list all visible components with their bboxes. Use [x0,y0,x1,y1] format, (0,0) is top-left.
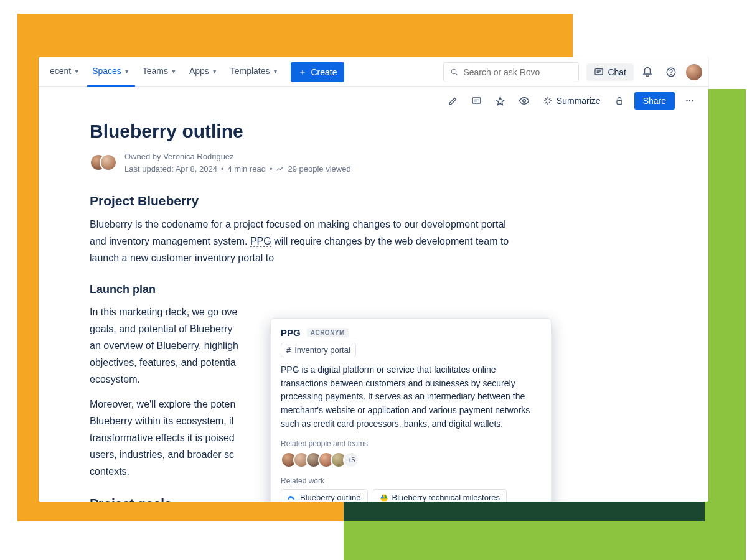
chevron-down-icon: ▼ [273,68,279,75]
chat-button[interactable]: Chat [586,63,634,81]
svg-rect-2 [595,68,603,74]
svg-rect-7 [472,97,481,103]
avatar [100,154,117,171]
chevron-down-icon: ▼ [73,68,80,75]
summarize-label: Summarize [557,96,601,106]
notifications-button[interactable] [637,62,657,82]
analytics-icon [276,165,284,173]
page-title: Blueberry outline [90,121,657,142]
section-heading: Project Blueberry [90,194,657,208]
nav-templates[interactable]: Templates ▼ [225,62,284,82]
related-work-heading: Related work [281,477,541,485]
popover-description: PPG is a digital platform or service tha… [281,363,541,431]
read-time-text: 4 min read [227,163,265,175]
chevron-down-icon: ▼ [171,68,177,75]
popover-term: PPG [281,327,301,338]
nav-teams-label: Teams [143,66,168,76]
edit-button[interactable] [444,92,462,110]
svg-point-13 [686,100,687,101]
top-nav: ecent ▼ Spaces ▼ Teams ▼ Apps ▼ Template… [39,57,708,87]
app-window: ecent ▼ Spaces ▼ Teams ▼ Apps ▼ Template… [39,57,708,502]
nav-teams[interactable]: Teams ▼ [138,62,182,82]
nav-apps-label: Apps [189,66,209,76]
page-byline: Owned by Veronica Rodriguez Last updated… [90,151,657,175]
plus-icon: ＋ [298,67,307,78]
svg-point-15 [692,100,693,101]
related-work-label: Blueberry outline [300,493,361,502]
create-button[interactable]: ＋ Create [291,62,344,82]
related-work-item[interactable]: Blueberry technical milestores [373,489,507,502]
create-label: Create [311,67,337,77]
restrictions-button[interactable] [611,92,628,110]
nav-spaces[interactable]: Spaces ▼ [87,57,135,87]
paragraph: Blueberry is the codename for a project … [90,216,523,267]
share-button[interactable]: Share [634,92,675,110]
nav-templates-label: Templates [230,66,270,76]
svg-line-1 [456,73,457,75]
search-input[interactable] [463,67,572,77]
svg-point-11 [523,100,526,103]
nav-recent-label: ecent [50,66,71,76]
comment-icon [471,96,482,106]
more-icon [684,95,695,106]
drive-icon [380,493,388,502]
chevron-down-icon: ▼ [212,68,218,75]
nav-recent[interactable]: ecent ▼ [45,62,85,82]
confluence-icon [288,493,296,502]
svg-rect-12 [617,100,622,104]
summarize-button[interactable]: Summarize [539,93,604,108]
svg-marker-10 [496,97,504,105]
chat-label: Chat [608,67,626,77]
page-toolbar: Summarize Share [39,87,708,114]
star-button[interactable] [492,92,509,110]
svg-point-14 [689,100,690,101]
section-subheading: Launch plan [90,283,657,296]
svg-point-6 [671,74,672,75]
paragraph: Moreover, we'll explore the poten Bluebe… [90,396,245,480]
acronym-badge: ACRONYM [307,328,349,337]
author-avatars [90,154,117,172]
search-box[interactable] [443,62,579,82]
lock-icon [614,96,624,106]
bell-icon [642,67,653,78]
sparkle-icon [543,96,553,106]
watch-button[interactable] [515,92,533,110]
definition-popover: PPG ACRONYM # Inventory portal PPG is a … [270,318,552,502]
star-icon [495,96,505,106]
more-actions-button[interactable] [681,92,698,110]
related-people[interactable]: +5 [281,452,541,468]
views-text: 29 people viewed [288,163,350,175]
comment-button[interactable] [468,92,486,110]
help-button[interactable] [661,62,681,82]
hash-icon: # [286,345,291,355]
nav-spaces-label: Spaces [92,66,121,76]
more-people-count[interactable]: +5 [343,452,359,468]
last-updated-text: Last updated: Apr 8, 2024 [125,163,217,175]
tag-label: Inventory portal [294,345,350,355]
owner-text: Owned by Veronica Rodriguez [125,151,351,163]
related-people-heading: Related people and teams [281,439,541,448]
svg-point-0 [452,69,457,74]
nav-apps[interactable]: Apps ▼ [184,62,223,82]
eye-icon [519,95,530,106]
related-work-label: Blueberry technical milestores [392,493,500,502]
profile-avatar[interactable] [686,64,702,80]
search-icon [450,67,458,77]
related-work-item[interactable]: Blueberry outline [281,489,368,502]
chevron-down-icon: ▼ [124,68,130,75]
paragraph: In this marketing deck, we go ove goals,… [90,304,245,388]
pencil-icon [448,96,458,106]
chat-icon [594,67,604,77]
related-tag[interactable]: # Inventory portal [281,343,356,357]
acronym-link[interactable]: PPG [250,236,271,247]
help-icon [665,67,677,78]
